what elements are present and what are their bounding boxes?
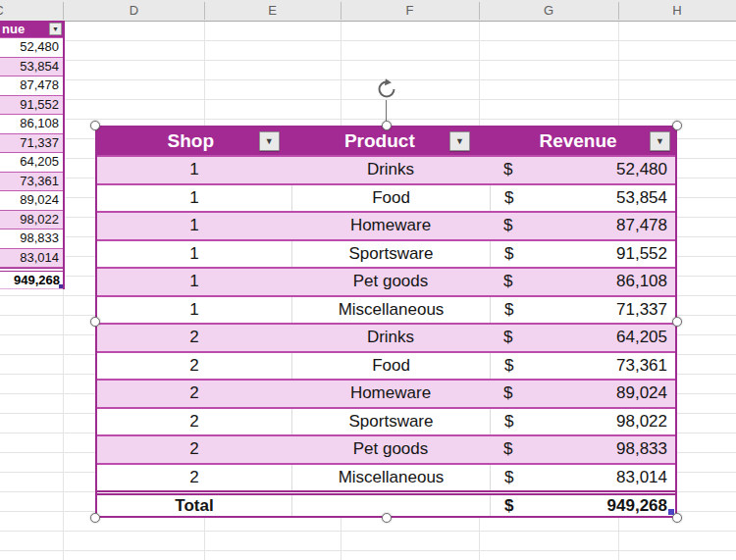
revenue-value: 83,014 <box>616 468 667 487</box>
table-row: 2 Homeware $89,024 <box>97 379 675 407</box>
currency-symbol: $ <box>503 328 512 347</box>
column-header-f[interactable]: F <box>341 0 479 21</box>
revenue-value: 64,205 <box>616 328 667 347</box>
selection-handle-middle-left[interactable] <box>90 317 100 327</box>
shop-cell: 1 <box>97 213 291 239</box>
selection-handle-bottom-right[interactable] <box>672 513 682 523</box>
source-cell[interactable]: 89,024 <box>0 191 63 211</box>
product-cell: Sportsware <box>291 241 490 268</box>
source-cell[interactable]: 98,833 <box>0 229 63 249</box>
currency-symbol: $ <box>504 468 513 487</box>
revenue-value: 52,480 <box>616 160 667 179</box>
selection-handle-bottom-center[interactable] <box>382 513 392 523</box>
filter-button: ▼ <box>259 131 280 151</box>
table-header-row: Shop ▼ Product ▼ Revenue ▼ <box>97 127 675 155</box>
source-cell[interactable]: 91,552 <box>0 96 63 116</box>
currency-symbol: $ <box>503 216 512 235</box>
currency-symbol: $ <box>504 188 513 208</box>
currency-symbol: $ <box>504 300 513 320</box>
revenue-value: 98,022 <box>616 412 667 432</box>
source-cell[interactable]: 52,480 <box>0 38 63 58</box>
source-cell[interactable]: 83,014 <box>0 249 63 269</box>
column-header-h[interactable]: H <box>618 0 736 21</box>
table-row: 2 Drinks $64,205 <box>97 323 675 351</box>
selection-handle-middle-right[interactable] <box>672 317 682 327</box>
source-cell[interactable]: 87,478 <box>0 76 63 96</box>
revenue-cell: $73,361 <box>490 353 675 380</box>
product-cell: Drinks <box>291 157 490 183</box>
column-header-e[interactable]: E <box>204 0 341 21</box>
revenue-value: 89,024 <box>616 383 667 403</box>
source-cell[interactable]: 71,337 <box>0 134 63 154</box>
source-cell[interactable]: 86,108 <box>0 115 63 134</box>
product-cell: Miscellaneous <box>291 297 490 324</box>
header-label: Revenue <box>539 130 616 152</box>
filter-icon: ▼ <box>265 137 274 146</box>
revenue-value: 73,361 <box>616 356 667 376</box>
product-cell: Miscellaneous <box>291 465 490 491</box>
source-cell[interactable]: 73,361 <box>0 173 63 192</box>
filter-icon: ▼ <box>52 25 59 32</box>
table-row: 1 Drinks $52,480 <box>97 155 675 183</box>
column-header-d[interactable]: D <box>64 0 204 21</box>
source-cell[interactable]: 53,854 <box>0 58 63 77</box>
product-cell: Homeware <box>291 213 490 239</box>
column-header-g[interactable]: G <box>479 0 618 21</box>
product-cell: Sportsware <box>291 409 490 435</box>
column-header-c[interactable]: C <box>0 0 7 21</box>
selection-handle-top-right[interactable] <box>672 121 682 130</box>
selection-handle-top-left[interactable] <box>90 121 100 130</box>
column-header-divider <box>204 2 205 20</box>
selection-handle-bottom-left[interactable] <box>90 513 100 523</box>
revenue-cell: $87,478 <box>490 213 675 239</box>
filter-icon: ▼ <box>455 137 464 146</box>
shop-cell: 2 <box>97 409 291 435</box>
source-total-value: 949,268 <box>14 273 60 287</box>
shop-cell: 2 <box>97 465 291 491</box>
rotate-handle-stem <box>386 100 388 122</box>
currency-symbol: $ <box>504 244 513 264</box>
currency-symbol: $ <box>503 272 512 291</box>
source-revenue-column: nue ▼ 52,480 53,854 87,478 91,552 86,108… <box>0 21 65 289</box>
revenue-cell: $91,552 <box>490 241 675 268</box>
currency-symbol: $ <box>504 356 513 376</box>
filter-icon: ▼ <box>656 137 664 146</box>
table-row: 1 Pet goods $86,108 <box>97 267 675 295</box>
revenue-value: 53,854 <box>616 188 667 208</box>
currency-symbol: $ <box>504 412 513 432</box>
table-row: 1 Miscellaneous $71,337 <box>97 295 675 324</box>
total-revenue-cell: $949,268 <box>490 495 675 516</box>
source-cell[interactable]: 64,205 <box>0 153 63 173</box>
revenue-cell: $86,108 <box>490 269 675 295</box>
column-header-divider <box>618 2 619 20</box>
table-row: 1 Homeware $87,478 <box>97 211 675 239</box>
column-header-strip: C D E F G H <box>0 0 736 22</box>
product-cell: Homeware <box>291 381 490 407</box>
revenue-cell: $89,024 <box>490 381 675 407</box>
selection-handle-top-center[interactable] <box>382 121 392 130</box>
column-header-divider <box>63 2 64 20</box>
table-picture-object[interactable]: Shop ▼ Product ▼ Revenue ▼ 1 Drinks $52,… <box>95 126 677 518</box>
table-header-product: Product ▼ <box>285 127 475 155</box>
shop-cell: 1 <box>97 297 291 324</box>
revenue-cell: $98,833 <box>490 436 675 463</box>
column-header-divider <box>479 2 480 20</box>
snapshot-table: Shop ▼ Product ▼ Revenue ▼ 1 Drinks $52,… <box>95 126 677 518</box>
product-cell: Drinks <box>291 325 490 351</box>
filter-button: ▼ <box>449 131 470 151</box>
revenue-cell: $83,014 <box>490 465 675 491</box>
product-cell: Pet goods <box>291 269 490 295</box>
source-cell[interactable]: 98,022 <box>0 211 63 230</box>
revenue-value: 87,478 <box>616 216 667 235</box>
table-header-shop: Shop ▼ <box>97 127 285 155</box>
filter-button[interactable]: ▼ <box>49 23 62 35</box>
currency-symbol: $ <box>503 439 512 459</box>
total-label-cell: Total <box>97 495 291 516</box>
source-total-cell[interactable]: 949,268 <box>0 272 63 289</box>
source-revenue-header-cell[interactable]: nue ▼ <box>0 21 63 38</box>
table-row: 1 Sportsware $91,552 <box>97 239 675 268</box>
revenue-cell: $98,022 <box>490 409 675 435</box>
shop-cell: 1 <box>97 157 291 183</box>
rotate-handle-icon[interactable] <box>376 78 397 100</box>
revenue-cell: $64,205 <box>490 325 675 351</box>
